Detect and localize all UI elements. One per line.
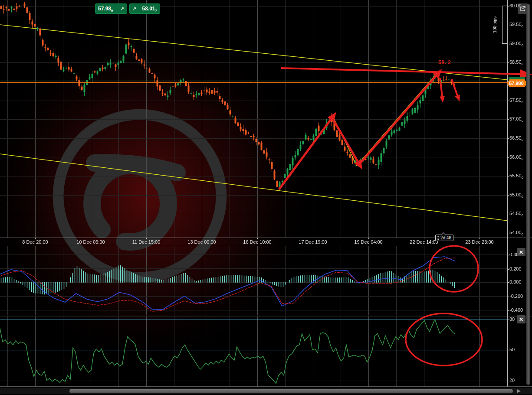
price-axis-tick — [507, 214, 509, 214]
macd-axis-tick — [507, 282, 509, 283]
grip-icon — [437, 236, 439, 240]
macd-close-button[interactable]: ✕ — [517, 248, 525, 256]
macd-axis-tick — [507, 269, 509, 270]
time-axis-label: 13 Dec 00:00 — [187, 239, 216, 245]
price-axis-tick — [507, 176, 509, 176]
price-axis-tick — [507, 233, 509, 233]
buy-button[interactable]: ↗ 58.017 — [129, 3, 160, 14]
price-axis-label: 54.000 — [509, 230, 523, 235]
bid-price-tag: 57.980 — [507, 79, 526, 87]
macd-axis-label: -0.200 — [509, 294, 523, 299]
price-axis-tick — [507, 62, 509, 63]
time-axis-tick — [424, 238, 424, 239]
trading-chart-window: 57.980 ↗ ↗ 58.017 100 pips 57.980 60.000… — [0, 0, 532, 395]
pip-ruler[interactable]: 100 pips — [496, 6, 507, 44]
macd-axis-tick — [507, 297, 509, 297]
sell-arrow-icon: ↗ — [120, 6, 124, 12]
price-axis-tick — [507, 119, 509, 120]
scroll-right-arrow[interactable] — [517, 389, 521, 393]
candle-countdown[interactable]: 26:46 — [435, 235, 453, 241]
price-axis-label: 60.000 — [509, 3, 523, 8]
price-axis-tick — [507, 6, 509, 7]
price-axis-label: 56.000 — [509, 154, 523, 160]
rsi-axis-tick — [507, 320, 509, 320]
rsi-axis-label: 80 — [509, 317, 515, 322]
rsi-close-button[interactable]: ✕ — [517, 315, 525, 323]
time-axis-label: 8 Dec 20:00 — [22, 239, 48, 245]
price-axis-label: 59.000 — [509, 41, 523, 46]
pip-ruler-cap-top — [502, 6, 507, 6]
time-axis-label: 17 Dec 19:00 — [299, 239, 327, 245]
price-axis-label: 57.500 — [509, 98, 523, 103]
macd-axis-label: 0.000 — [509, 279, 522, 284]
time-axis-label: 11 Dec 15:00 — [132, 239, 161, 245]
macd-axis-label: 0.200 — [509, 266, 522, 271]
rsi-axis-label: 50 — [509, 347, 515, 352]
price-axis-label: 55.500 — [509, 173, 523, 178]
time-axis-label: 23 Dec 23:00 — [465, 239, 493, 245]
time-axis-tick — [479, 238, 480, 239]
pip-ruler-line — [502, 6, 502, 44]
price-axis-tick — [507, 44, 509, 44]
price-axis-label: 58.500 — [509, 59, 523, 65]
horizontal-scrollbar-thumb[interactable] — [69, 389, 513, 393]
rsi-axis-label: 20 — [509, 378, 515, 383]
rsi-axis-tick — [507, 381, 509, 381]
annotation-price-label: 58. 2 — [438, 59, 451, 65]
price-axis-label: 59.500 — [509, 22, 523, 27]
vertical-scrollbar[interactable] — [526, 4, 530, 385]
time-axis-tick — [313, 238, 313, 239]
time-axis-tick — [368, 238, 369, 239]
buy-price: 58.017 — [142, 6, 157, 12]
price-axis-label: 54.500 — [509, 211, 523, 216]
price-axis-tick — [507, 195, 509, 196]
time-axis-label: 10 Dec 05:00 — [76, 239, 105, 245]
time-axis-label: 22 Dec 14:00 — [410, 239, 438, 245]
time-axis-tick — [257, 238, 258, 239]
time-axis-label: 19 Dec 04:00 — [354, 239, 382, 245]
price-axis-tick — [507, 138, 509, 139]
buy-arrow-icon: ↗ — [132, 6, 136, 12]
price-axis-label: 57.000 — [509, 116, 523, 121]
macd-axis-tick — [507, 310, 509, 311]
sell-price: 57.980 — [98, 6, 113, 12]
time-axis-tick — [91, 238, 91, 239]
price-axis-tick — [507, 101, 509, 101]
sell-button[interactable]: 57.980 ↗ — [95, 3, 127, 14]
chart-canvas[interactable] — [0, 0, 532, 395]
pip-ruler-cap-bottom — [502, 43, 507, 44]
time-axis-tick — [202, 238, 202, 239]
pip-ruler-label: 100 pips — [493, 16, 497, 33]
price-axis-tick — [507, 25, 509, 25]
price-axis-label: 55.000 — [509, 192, 523, 197]
macd-axis-label: -0.400 — [509, 307, 523, 313]
price-axis-tick — [507, 157, 509, 158]
rsi-axis-tick — [507, 350, 509, 350]
time-axis-tick — [146, 238, 147, 239]
time-axis-label: 16 Dec 10:00 — [243, 239, 271, 245]
time-axis-tick — [35, 238, 36, 239]
price-axis-label: 56.500 — [509, 135, 523, 140]
macd-axis-tick — [507, 255, 509, 255]
